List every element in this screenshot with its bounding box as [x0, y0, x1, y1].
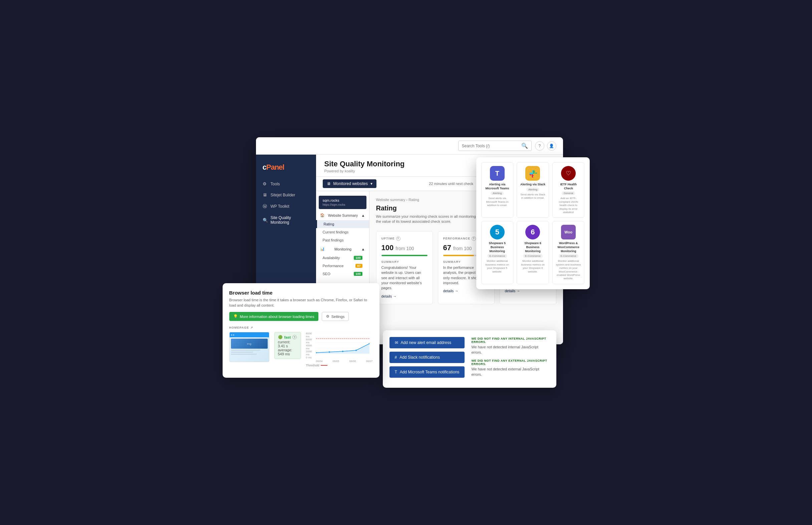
- addons-grid: T Alerting via Microsoft Teams Alerting …: [481, 162, 585, 284]
- teams-addon-desc: Send alerts via Microsoft Teams in addit…: [484, 197, 511, 207]
- shopware5-addon-name: Shopware 5 Business Monitoring: [484, 241, 511, 253]
- sidebar-item-wptoolkit[interactable]: Ⓦ WP Toolkit: [257, 201, 315, 212]
- search-input[interactable]: [462, 144, 519, 148]
- teams-notif-icon: T: [395, 370, 397, 374]
- slack-addon-badge: Alerting: [526, 188, 539, 191]
- ietf-addon-desc: Add an IETF-compliant JSON health check …: [555, 197, 582, 214]
- timer-text: 22 minutes until next check: [429, 182, 473, 186]
- performance-info-icon[interactable]: ?: [472, 237, 476, 241]
- preview-line-3: [231, 354, 257, 355]
- settings-icon: ⚙: [326, 314, 329, 319]
- teams-icon: T: [490, 166, 505, 181]
- uptime-label: UPTIME ?: [381, 237, 427, 241]
- addons-card: T Alerting via Microsoft Teams Alerting …: [476, 157, 590, 289]
- preview-dot-2: [233, 334, 234, 336]
- chart-y-labels: 8000 ms 6000 ms 4000 ms 2000 ms 0 ms: [306, 332, 316, 352]
- notif-item-external-js: WE DID NOT FIND ANY EXTERNAL JAVASCRIPT …: [471, 359, 549, 377]
- site-name: sqm.rocks: [323, 198, 362, 202]
- notif-text-external: We have not detected external JavaScript…: [471, 367, 549, 377]
- teams-addon-name: Alerting via Microsoft Teams: [484, 183, 511, 190]
- performance-details-link[interactable]: details →: [443, 289, 458, 293]
- add-slack-button[interactable]: # Add Slack notifications: [389, 352, 465, 363]
- help-icon[interactable]: ?: [535, 141, 544, 151]
- nav-section-summary[interactable]: 🏠 Website Summary ▲: [316, 210, 369, 220]
- addon-item-slack[interactable]: Alerting via Slack Alerting Send alerts …: [517, 162, 549, 218]
- technology-details-link[interactable]: details →: [505, 289, 520, 293]
- home-icon: 🏠: [320, 213, 325, 217]
- collapse-monitoring-icon: ▲: [361, 247, 365, 251]
- woo-addon-name: WordPress & WooCommerce Monitoring: [555, 241, 582, 253]
- uptime-info-icon[interactable]: ?: [396, 237, 401, 241]
- slack-icon: [525, 166, 540, 181]
- chart-x-labels: 06/04 06/05 06/06 06/07: [306, 360, 373, 363]
- uptime-details-link[interactable]: details →: [381, 294, 397, 298]
- user-icon[interactable]: 👤: [547, 141, 556, 151]
- uptime-card: UPTIME ? 100 from 100 SUMM: [376, 231, 433, 304]
- browser-settings-button[interactable]: ⚙ Settings: [322, 312, 349, 321]
- nav-item-performance[interactable]: Performance 67: [316, 262, 369, 270]
- search-bar[interactable]: 🔍: [458, 140, 532, 151]
- ietf-addon-name: IETF Health Check: [555, 183, 582, 190]
- browser-card-title: Browser load time: [229, 290, 373, 296]
- preview-image: img: [231, 339, 268, 349]
- browser-info-button[interactable]: 💡 More information about browser loading…: [229, 312, 318, 321]
- ietf-addon-badge: General: [562, 191, 575, 195]
- monitor-nav-icon: 📊: [320, 247, 325, 251]
- uptime-progress: [381, 255, 427, 256]
- browser-card-actions: 💡 More information about browser loading…: [229, 312, 373, 321]
- addon-item-teams[interactable]: T Alerting via Microsoft Teams Alerting …: [481, 162, 514, 218]
- chevron-icon: ▾: [371, 181, 373, 186]
- browser-card: Browser load time Browser load time is t…: [223, 283, 379, 378]
- notif-title-internal: WE DID NOT FIND ANY INTERNAL JAVASCRIPT …: [471, 337, 549, 344]
- top-bar: 🔍 ? 👤: [256, 137, 563, 155]
- speed-badge: 🟢 fast ? current: 3.41 s average: 549 ms: [274, 332, 301, 359]
- woo-addon-desc: Monitor additional system and business m…: [555, 259, 582, 280]
- shopware6-addon-name: Shopware 6 Business Monitoring: [520, 241, 546, 253]
- shopware5-addon-badge: E-Commerce: [487, 254, 507, 258]
- addon-item-shopware5[interactable]: 5 Shopware 5 Business Monitoring E-Comme…: [481, 221, 514, 284]
- cpanel-logo: cPanel: [256, 160, 316, 178]
- monitored-websites-button[interactable]: 🖥 Monitored websites ▾: [323, 179, 376, 188]
- nav-site[interactable]: sqm.rocks https://sqm.rocks: [319, 196, 366, 209]
- add-teams-button[interactable]: T Add Microsoft Teams notifications: [389, 366, 465, 378]
- preview-dot-1: [231, 334, 232, 336]
- preview-header: [230, 332, 269, 337]
- nav-item-past-findings[interactable]: Past findings: [316, 236, 369, 244]
- chart-svg: [316, 332, 373, 359]
- browser-card-desc: Browser load time is the time it takes a…: [229, 298, 373, 308]
- wp-icon: Ⓦ: [263, 204, 268, 209]
- notification-buttons: ✉ Add new alert email address # Add Slac…: [389, 337, 465, 381]
- browser-content: img 🟢 fast ? current: 3.41 s: [229, 332, 373, 367]
- woo-addon-badge: E-Commerce: [559, 254, 578, 258]
- nav-item-rating[interactable]: Rating: [316, 220, 369, 228]
- monitor-icon: 🖥: [327, 181, 331, 186]
- addon-item-shopware6[interactable]: 6 Shopware 6 Business Monitoring E-Comme…: [517, 221, 549, 284]
- notif-text-internal: We have not detected internal JavaScript…: [471, 345, 549, 355]
- threshold-label: Threshold: [306, 364, 373, 367]
- performance-progress-fill: [443, 255, 474, 256]
- sidebar-item-sitejet[interactable]: 🖥 Sitejet Builder: [257, 190, 315, 200]
- external-link-icon: ↗: [250, 326, 253, 329]
- notif-title-external: WE DID NOT FIND ANY EXTERNAL JAVASCRIPT …: [471, 359, 549, 366]
- add-email-button[interactable]: ✉ Add new alert email address: [389, 337, 465, 348]
- sidebar-item-sqm[interactable]: 🔍 Site Quality Monitoring: [257, 213, 315, 227]
- sidebar-item-tools[interactable]: ⚙ Tools: [257, 179, 315, 189]
- sitejet-icon: 🖥: [263, 192, 268, 197]
- nav-item-seo[interactable]: SEO 100: [316, 270, 369, 278]
- speed-label: 🟢 fast ?: [278, 335, 297, 339]
- nav-item-availability[interactable]: Availability 100: [316, 254, 369, 262]
- chart-container: 8000 ms 6000 ms 4000 ms 2000 ms 0 ms: [306, 332, 373, 359]
- addon-item-woo[interactable]: Woo WordPress & WooCommerce Monitoring E…: [552, 221, 585, 284]
- nav-section-monitoring[interactable]: 📊 Monitoring ▲: [316, 244, 369, 254]
- speed-info-icon[interactable]: ?: [292, 335, 297, 339]
- collapse-icon: ▲: [361, 213, 365, 217]
- speed-average: average: 549 ms: [278, 348, 297, 356]
- shopware6-addon-badge: E-Commerce: [523, 254, 543, 258]
- addon-item-ietf[interactable]: ♡ IETF Health Check General Add an IETF-…: [552, 162, 585, 218]
- shopware5-addon-desc: Monitor additional business metrics on y…: [484, 259, 511, 273]
- woo-icon: Woo: [561, 225, 576, 239]
- shopware6-addon-desc: Monitor additional business metrics on y…: [520, 259, 546, 273]
- nav-item-current-findings[interactable]: Current findings: [316, 228, 369, 236]
- availability-badge: 100: [354, 256, 362, 260]
- speed-info: 🟢 fast ? current: 3.41 s average: 549 ms: [274, 332, 301, 367]
